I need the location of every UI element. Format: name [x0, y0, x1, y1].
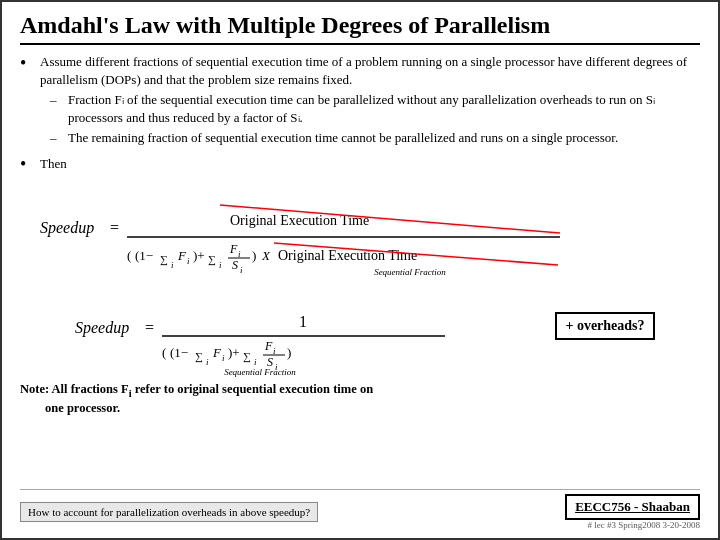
svg-text:X: X [261, 248, 271, 263]
svg-text:∑: ∑ [160, 253, 168, 266]
sub-bullet-1-text: Fraction Fᵢ of the sequential execution … [68, 91, 700, 126]
formula-1-wrapper: Speedup = Original Execution Time ( (1− … [30, 175, 690, 277]
svg-text:Speedup: Speedup [40, 219, 94, 237]
bullet-1-text: Assume different fractions of sequential… [40, 54, 687, 87]
content-area: • Assume different fractions of sequenti… [20, 53, 700, 483]
eecc-area: EECC756 - Shaaban # lec #3 Spring2008 3-… [565, 494, 700, 530]
note-section: Note: All fractions Fi refer to original… [20, 381, 700, 417]
then-row: • Then [20, 154, 700, 175]
svg-text:∑: ∑ [195, 350, 203, 363]
formula-2-row: Speedup = 1 ( (1− ∑ i F i )+ ∑ i [30, 281, 690, 371]
svg-text:Original Execution Time: Original Execution Time [278, 248, 417, 263]
then-label: Then [40, 154, 67, 172]
slide-title: Amdahl's Law with Multiple Degrees of Pa… [20, 12, 700, 45]
sub-bullet-2: – The remaining fraction of sequential e… [50, 129, 700, 147]
seq-fraction-label-2: Sequential Fraction [224, 367, 296, 377]
svg-text:Speedup: Speedup [75, 319, 129, 337]
seq-fraction-label-1: Sequential Fraction [130, 267, 690, 277]
svg-text:)+: )+ [228, 345, 240, 360]
sub-bullet-2-text: The remaining fraction of sequential exe… [68, 129, 618, 147]
svg-text:(1−: (1− [170, 345, 188, 360]
svg-text:F: F [229, 242, 238, 256]
svg-text:)+: )+ [193, 248, 205, 263]
svg-text:∑: ∑ [243, 350, 251, 363]
sub-bullet-1: – Fraction Fᵢ of the sequential executio… [50, 91, 700, 126]
svg-text:(1−: (1− [135, 248, 153, 263]
eecc-box: EECC756 - Shaaban [565, 494, 700, 520]
svg-text:F: F [177, 248, 187, 263]
svg-text:=: = [110, 219, 119, 236]
sub-bullets: – Fraction Fᵢ of the sequential executio… [50, 91, 700, 147]
formula-1-svg: Speedup = Original Execution Time ( (1− … [30, 175, 690, 275]
then-bullet-marker: • [20, 154, 36, 175]
slide: Amdahl's Law with Multiple Degrees of Pa… [0, 0, 720, 540]
svg-text:S: S [232, 258, 238, 272]
svg-text:i: i [187, 256, 190, 266]
slide-num: # lec #3 Spring2008 3-20-2008 [588, 520, 701, 530]
svg-text:i: i [206, 357, 209, 367]
svg-text:1: 1 [299, 313, 307, 330]
svg-text:∑: ∑ [208, 253, 216, 266]
svg-text:F: F [264, 339, 273, 353]
svg-text:i: i [222, 353, 225, 363]
bullet-1-marker: • [20, 53, 36, 75]
svg-text:): ) [287, 345, 291, 360]
svg-text:(: ( [162, 345, 166, 360]
svg-text:(: ( [127, 248, 131, 263]
note-text: Note: All fractions Fi refer to original… [20, 382, 373, 416]
formulas-container: Speedup = Original Execution Time ( (1− … [20, 175, 700, 377]
svg-text:i: i [254, 357, 257, 367]
svg-text:=: = [145, 319, 154, 336]
dash-1: – [50, 91, 64, 126]
bottom-bar: How to account for parallelization overh… [20, 489, 700, 530]
svg-text:F: F [212, 345, 222, 360]
bottom-question: How to account for parallelization overh… [20, 502, 318, 522]
dash-2: – [50, 129, 64, 147]
svg-text:): ) [252, 248, 256, 263]
bullet-1: • Assume different fractions of sequenti… [20, 53, 700, 150]
overheads-box: + overheads? [555, 312, 654, 340]
formula-2-svg: Speedup = 1 ( (1− ∑ i F i )+ ∑ i [65, 281, 545, 371]
